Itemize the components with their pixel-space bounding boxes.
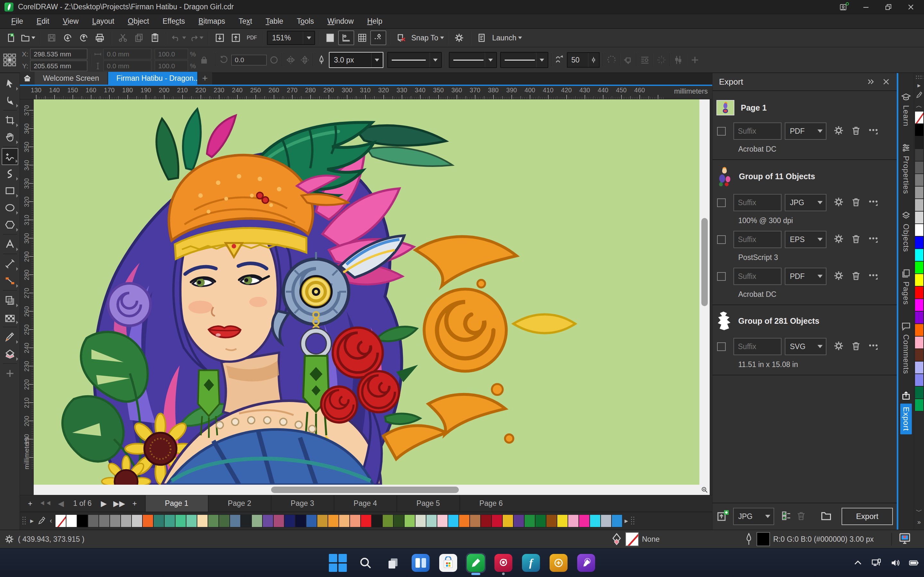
color-swatch[interactable] bbox=[915, 299, 924, 311]
color-swatch[interactable] bbox=[590, 514, 601, 527]
shape-tool[interactable] bbox=[2, 92, 18, 109]
freehand-tool[interactable] bbox=[2, 148, 18, 165]
export-row-checkbox[interactable] bbox=[717, 272, 726, 281]
docker-tab[interactable]: Learn bbox=[901, 92, 911, 126]
collapse-docker-icon[interactable] bbox=[867, 77, 875, 86]
scale-y-field[interactable] bbox=[155, 61, 188, 71]
new-document-button[interactable] bbox=[3, 31, 19, 45]
snap-off-icon[interactable] bbox=[393, 31, 409, 45]
fill-color-swatch[interactable] bbox=[625, 532, 639, 546]
export-more-options-icon[interactable] bbox=[868, 197, 879, 208]
add-export-icon[interactable] bbox=[716, 510, 729, 523]
options-gear-button[interactable] bbox=[451, 31, 467, 45]
display-color-settings-icon[interactable] bbox=[898, 532, 911, 546]
color-swatch[interactable] bbox=[915, 386, 924, 399]
color-swatch[interactable] bbox=[915, 374, 924, 386]
color-swatch[interactable] bbox=[915, 361, 924, 374]
publish-to-pdf-button[interactable]: PDF bbox=[244, 31, 260, 45]
color-swatch[interactable] bbox=[415, 514, 426, 527]
launch-icon[interactable] bbox=[474, 31, 490, 45]
battery-icon[interactable] bbox=[909, 558, 919, 568]
snap-points-button[interactable] bbox=[657, 55, 666, 65]
vertical-ruler[interactable]: 3703603503403303203103002902802702602502… bbox=[20, 99, 34, 485]
page-tab[interactable]: Page 5 bbox=[397, 495, 459, 512]
save-button[interactable] bbox=[44, 31, 60, 45]
zoom-corner-button[interactable] bbox=[699, 485, 710, 495]
object-height-field[interactable] bbox=[103, 61, 152, 71]
suffix-input[interactable] bbox=[733, 122, 782, 140]
microsoft-store-button[interactable] bbox=[439, 554, 457, 572]
save-to-cloud-button[interactable] bbox=[60, 31, 76, 45]
text-wrap-button[interactable] bbox=[640, 55, 650, 65]
color-swatch[interactable] bbox=[568, 514, 579, 527]
color-swatch[interactable] bbox=[241, 514, 252, 527]
color-swatch[interactable] bbox=[208, 514, 219, 527]
first-page-button[interactable]: ⯇⯇ bbox=[39, 497, 53, 510]
export-delete-icon[interactable] bbox=[851, 271, 861, 282]
page-tab[interactable]: Page 1 bbox=[145, 495, 208, 512]
color-eyedropper-tool[interactable] bbox=[2, 328, 18, 345]
color-swatch[interactable] bbox=[915, 336, 924, 349]
polygon-tool[interactable] bbox=[2, 216, 18, 233]
color-swatch[interactable] bbox=[230, 514, 241, 527]
right-palette-flyout-icon[interactable]: ▸ bbox=[917, 80, 921, 90]
color-swatch[interactable] bbox=[383, 514, 393, 527]
color-swatch[interactable] bbox=[153, 514, 164, 527]
color-swatch[interactable] bbox=[915, 324, 924, 336]
status-gear-icon[interactable] bbox=[5, 534, 14, 544]
widgets-button[interactable] bbox=[411, 554, 430, 572]
connector-tool[interactable] bbox=[2, 272, 18, 289]
lock-ratio-icon[interactable] bbox=[199, 55, 209, 65]
export-row-checkbox[interactable] bbox=[717, 235, 726, 244]
color-swatch[interactable] bbox=[915, 174, 924, 186]
destination-folder-icon[interactable] bbox=[821, 510, 832, 523]
format-combo[interactable]: JPG bbox=[785, 194, 827, 211]
format-combo[interactable]: PDF bbox=[785, 122, 827, 140]
color-swatch[interactable] bbox=[219, 514, 230, 527]
guide-sliders-button[interactable] bbox=[674, 55, 683, 65]
color-swatch[interactable] bbox=[546, 514, 557, 527]
export-row-checkbox[interactable] bbox=[717, 342, 726, 351]
end-arrowhead-combo[interactable] bbox=[500, 52, 548, 68]
open-from-cloud-button[interactable] bbox=[76, 31, 92, 45]
task-view-button[interactable] bbox=[384, 554, 402, 572]
palette-end-handle[interactable] bbox=[630, 516, 635, 526]
property-bar-add-button[interactable] bbox=[690, 55, 700, 65]
color-swatch[interactable] bbox=[99, 514, 110, 527]
coreldraw-taskbar-icon[interactable] bbox=[467, 554, 485, 572]
format-combo[interactable]: SVG bbox=[785, 338, 827, 355]
right-palette-scroll-down-icon[interactable]: ﹀ bbox=[916, 506, 922, 517]
docker-tab[interactable]: Pages bbox=[901, 269, 911, 305]
docker-tab[interactable]: Export bbox=[900, 391, 912, 434]
document-tab[interactable]: Firman Hatibu - Dragon... bbox=[108, 72, 198, 85]
export-settings-gear-icon[interactable] bbox=[834, 197, 844, 208]
menu-item-edit[interactable]: Edit bbox=[30, 15, 56, 27]
color-swatch[interactable] bbox=[175, 514, 186, 527]
transparency-tool[interactable] bbox=[2, 309, 18, 326]
object-x-field[interactable] bbox=[30, 49, 87, 59]
color-swatch[interactable] bbox=[915, 124, 924, 136]
horizontal-ruler[interactable]: 1301401501601701801902002102202302402502… bbox=[20, 86, 712, 99]
document-tab[interactable]: Welcome Screen bbox=[35, 72, 108, 85]
start-button[interactable] bbox=[328, 554, 347, 572]
page-tab[interactable]: Page 6 bbox=[459, 495, 522, 512]
export-more-options-icon[interactable] bbox=[868, 234, 879, 245]
color-swatch[interactable] bbox=[142, 514, 153, 527]
add-page-button-right[interactable]: + bbox=[128, 497, 142, 510]
export-settings-gear-icon[interactable] bbox=[834, 234, 844, 245]
export-button[interactable] bbox=[228, 31, 244, 45]
color-swatch[interactable] bbox=[197, 514, 208, 527]
outline-width-combo[interactable]: 3.0 px bbox=[329, 52, 383, 68]
suffix-input[interactable] bbox=[733, 338, 782, 355]
export-settings-gear-icon[interactable] bbox=[834, 271, 844, 282]
color-swatch[interactable] bbox=[426, 514, 437, 527]
color-swatch[interactable] bbox=[273, 514, 284, 527]
launch-label[interactable]: Launch bbox=[492, 34, 516, 42]
coreldraw-app-taskbar-icon[interactable] bbox=[549, 554, 568, 572]
rotate-object-button[interactable] bbox=[624, 55, 633, 65]
color-swatch[interactable] bbox=[915, 261, 924, 274]
export-delete-icon[interactable] bbox=[851, 197, 861, 208]
menu-item-window[interactable]: Window bbox=[321, 15, 360, 27]
hidden-icons-chevron[interactable] bbox=[853, 558, 863, 568]
color-swatch[interactable] bbox=[915, 349, 924, 361]
